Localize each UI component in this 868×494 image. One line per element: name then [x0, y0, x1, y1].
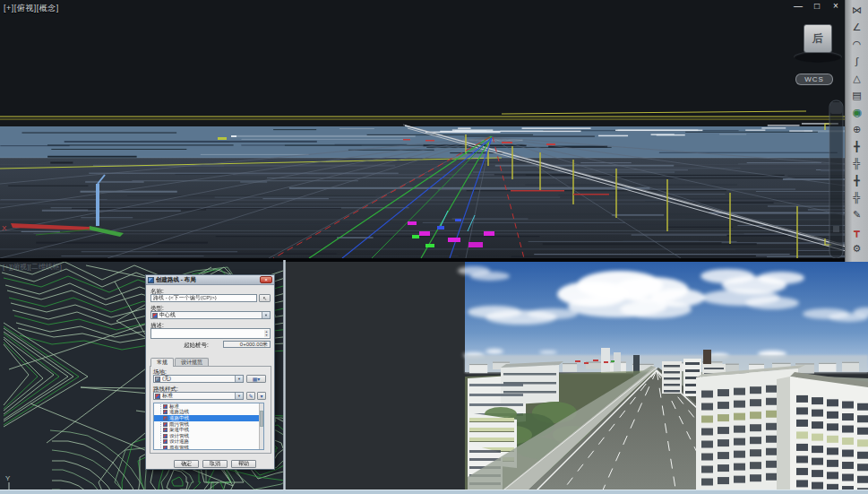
- type-style-icon: [152, 313, 158, 318]
- site-icon: [155, 377, 160, 382]
- wcs-button[interactable]: WCS: [795, 74, 833, 85]
- chevron-down-icon[interactable]: ▼: [235, 393, 243, 399]
- section-box-icon[interactable]: ⋈: [848, 3, 866, 17]
- restore-button[interactable]: □: [812, 1, 822, 11]
- dialog-titlebar[interactable]: 创建路线 - 布局 ×: [146, 275, 274, 285]
- name-pick-button[interactable]: ↖: [259, 294, 271, 302]
- scrollbar-thumb[interactable]: [260, 411, 263, 427]
- tab-general[interactable]: 常规: [150, 358, 174, 367]
- triangle-probe-icon[interactable]: △: [848, 71, 866, 85]
- window-controls: — □ ×: [793, 1, 841, 11]
- site-picker-button[interactable]: ▦▾: [246, 375, 266, 383]
- list-scrollbar[interactable]: [259, 403, 263, 449]
- section-t-icon[interactable]: ┳: [848, 224, 866, 238]
- close-button[interactable]: ×: [830, 1, 841, 11]
- style-item-icon: [163, 446, 168, 450]
- style-item-icon: [163, 428, 168, 432]
- right-toolbar: ⋈ ∠ ◠ ∫ △ ▤ ◉ ⊕ ╋ ╬ ╋ ╬ ✎ ┳ ⚙: [845, 0, 868, 262]
- style-item-icon: [163, 416, 168, 420]
- ok-button[interactable]: 确定: [174, 460, 199, 468]
- style-option[interactable]: 原有管线: [154, 445, 263, 450]
- spline-icon[interactable]: ∫: [848, 54, 866, 68]
- rendered-3d-viewport[interactable]: [286, 260, 868, 494]
- viewport-label[interactable]: [+][俯视][二维线框]: [3, 262, 62, 272]
- chevron-down-icon[interactable]: ▼: [262, 312, 270, 318]
- application-window: X [+][俯视][概念] — □ × 后 WCS ⋈ ∠ ◠ ∫ △ ▤ ◉: [0, 0, 868, 494]
- dialog-close-button[interactable]: ×: [260, 276, 272, 283]
- station-label: 起始桩号:: [184, 342, 209, 350]
- viewcube[interactable]: 后: [804, 24, 832, 53]
- name-input[interactable]: 路线 - (<下一个编号(CP)>): [150, 294, 257, 302]
- station-value: 0+000.00米: [223, 341, 271, 348]
- viewport-label[interactable]: [+][俯视][概念]: [4, 3, 59, 14]
- minimize-button[interactable]: —: [793, 1, 804, 11]
- wireframe-scene: X: [0, 0, 845, 258]
- description-textarea[interactable]: ▲▼: [150, 328, 271, 339]
- bottom-edge-strip: [0, 490, 868, 494]
- style-item-icon: [163, 404, 168, 409]
- style-item-icon: [163, 439, 168, 444]
- cancel-button[interactable]: 取消: [202, 460, 228, 468]
- pan-icon[interactable]: ╋: [848, 139, 866, 153]
- zigzag-line-icon[interactable]: ∠: [848, 20, 866, 34]
- circle-target-icon[interactable]: ⊕: [848, 122, 866, 136]
- dialog-title: 创建路线 - 布局: [156, 276, 260, 284]
- arc-icon[interactable]: ◠: [848, 37, 866, 51]
- svg-text:X: X: [2, 224, 7, 232]
- general-tab-panel: 场地: (无) ▼ ▦▾ 路线样式: 标准 ▼ ✎ ▾ 标准 道路边线 道路中线…: [150, 366, 271, 454]
- chevron-down-icon[interactable]: ▼: [235, 376, 243, 382]
- style-item-icon: [163, 410, 168, 414]
- description-scrollbar[interactable]: ▲▼: [264, 330, 269, 337]
- vertical-divider[interactable]: [283, 260, 286, 494]
- sketch-pencil-icon[interactable]: ✎: [848, 207, 866, 221]
- style-item-icon: [163, 422, 168, 427]
- globe-icon[interactable]: ◉: [848, 105, 866, 119]
- style-dropdown-list: 标准 道路边线 道路中线 雨污管线 渠道中线 设计管线 设计道路 原有管线: [153, 403, 264, 450]
- alignment-style-combobox[interactable]: 标准 ▼: [153, 392, 244, 400]
- viewport-scrollbar[interactable]: [829, 100, 843, 258]
- pan-icon[interactable]: ╬: [848, 156, 866, 170]
- city-render: [286, 260, 868, 494]
- dialog-icon: [148, 277, 154, 283]
- type-combobox[interactable]: 中心线 ▼: [150, 311, 271, 319]
- help-button[interactable]: 帮助: [231, 460, 256, 468]
- gear-icon[interactable]: ⚙: [848, 241, 866, 256]
- pan-icon[interactable]: ╋: [848, 173, 866, 187]
- layout-sheet-icon[interactable]: ▤: [848, 88, 866, 102]
- horizontal-divider[interactable]: [0, 258, 868, 262]
- alignment-style-icon: [155, 394, 160, 399]
- site-combobox[interactable]: (无) ▼: [153, 375, 244, 383]
- svg-text:Y: Y: [5, 474, 11, 482]
- pan-icon[interactable]: ╬: [848, 190, 866, 204]
- style-item-icon: [163, 434, 168, 438]
- create-alignment-dialog: 创建路线 - 布局 × 名称: 路线 - (<下一个编号(CP)>) ↖ 类型:…: [145, 274, 275, 470]
- wireframe-viewport[interactable]: X [+][俯视][概念] — □ × 后 WCS: [0, 0, 868, 258]
- style-more-button[interactable]: ▾: [257, 392, 266, 400]
- style-edit-button[interactable]: ✎: [246, 392, 255, 400]
